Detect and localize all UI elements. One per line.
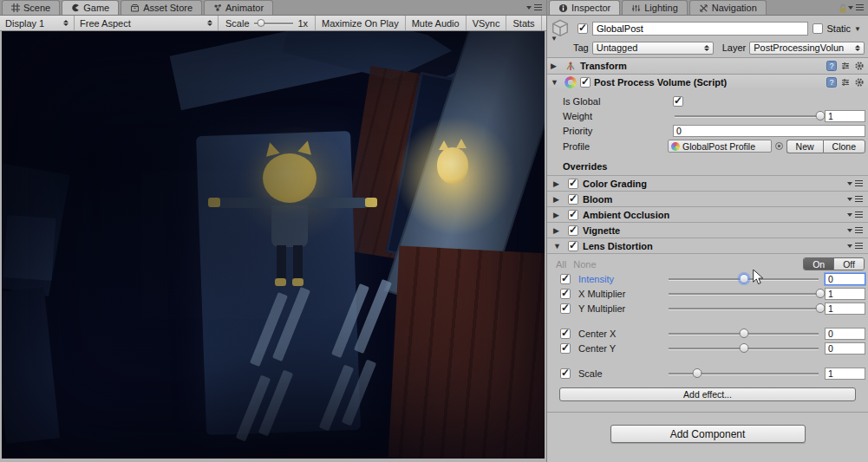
y-multiplier-slider[interactable]	[667, 303, 820, 314]
mute-audio-button[interactable]: Mute Audio	[406, 16, 467, 30]
context-menu-icon[interactable]	[847, 243, 863, 249]
scale-slider-thumb[interactable]	[257, 19, 264, 27]
inspector-tab-lighting[interactable]: Lighting	[622, 0, 688, 15]
override-bloom[interactable]: ▶ Bloom	[547, 191, 868, 206]
layer-dropdown[interactable]: PostProcessingVolun	[749, 42, 865, 55]
display-dropdown[interactable]: Display 1	[0, 16, 75, 30]
svg-text:?: ?	[830, 78, 834, 87]
scale-slider-thumb[interactable]	[693, 368, 702, 378]
scale-value-field[interactable]	[825, 368, 865, 380]
foldout-icon[interactable]: ▶	[551, 62, 561, 70]
preset-icon[interactable]	[840, 61, 851, 71]
lock-icon[interactable]	[839, 3, 847, 16]
icon-selector-arrow[interactable]: ▼	[551, 35, 558, 42]
param-override-checkbox[interactable]	[560, 368, 571, 379]
component-enabled-checkbox[interactable]	[580, 77, 591, 88]
transform-component-header[interactable]: ▶ Transform ?	[547, 57, 868, 74]
foldout-icon[interactable]: ▼	[551, 78, 561, 87]
x-multiplier-value-field[interactable]	[825, 288, 865, 300]
center-x-value-field[interactable]	[825, 328, 865, 340]
center-x-slider[interactable]	[667, 328, 820, 339]
aspect-dropdown[interactable]: Free Aspect	[75, 16, 219, 30]
is-global-label: Is Global	[563, 96, 673, 107]
override-ambient-occlusion[interactable]: ▶ Ambient Occlusion	[547, 206, 868, 222]
profile-object-field[interactable]: GlobalPost Profile	[668, 140, 772, 153]
context-menu-icon[interactable]	[847, 196, 863, 202]
help-icon[interactable]: ?	[826, 61, 837, 71]
context-menu-icon[interactable]	[847, 180, 863, 186]
game-tab-animator[interactable]: Animator	[204, 0, 273, 15]
post-process-volume-header[interactable]: ▼ Post Process Volume (Script) ?	[547, 74, 868, 90]
profile-new-button[interactable]: New	[786, 140, 823, 153]
inspector-menu-icon[interactable]	[848, 4, 864, 10]
all-button[interactable]: All	[556, 259, 566, 270]
weight-slider[interactable]	[673, 110, 820, 121]
intensity-value-field[interactable]	[825, 273, 865, 285]
foldout-icon[interactable]: ▶	[553, 179, 564, 188]
param-override-checkbox[interactable]	[560, 329, 571, 339]
x-multiplier-slider[interactable]	[667, 288, 820, 299]
override-enabled-checkbox[interactable]	[568, 225, 578, 236]
override-color-grading[interactable]: ▶ Color Grading	[547, 175, 868, 191]
vsync-button[interactable]: VSync	[467, 16, 507, 30]
object-picker-icon[interactable]	[775, 142, 783, 150]
center-y-value-field[interactable]	[825, 342, 865, 355]
static-dropdown-arrow[interactable]: ▼	[854, 25, 865, 33]
maximize-on-play-button[interactable]: Maximize On Play	[316, 16, 406, 30]
scale-slider[interactable]	[667, 368, 820, 379]
context-menu-icon[interactable]	[847, 211, 863, 218]
help-icon[interactable]: ?	[826, 77, 837, 88]
none-button[interactable]: None	[573, 259, 596, 270]
game-tab-scene[interactable]: Scene	[2, 0, 60, 15]
y-multiplier-slider-thumb[interactable]	[816, 303, 826, 313]
weight-slider-thumb[interactable]	[816, 111, 826, 120]
param-override-checkbox[interactable]	[560, 343, 571, 354]
foldout-icon[interactable]: ▶	[553, 195, 564, 204]
override-enabled-checkbox[interactable]	[568, 241, 578, 251]
param-override-checkbox[interactable]	[560, 303, 571, 314]
asset-store-icon	[130, 3, 140, 12]
gear-icon[interactable]	[854, 61, 865, 71]
override-label: Color Grading	[583, 179, 647, 189]
priority-value-field[interactable]	[673, 125, 865, 137]
on-button[interactable]: On	[804, 258, 833, 270]
intensity-slider[interactable]	[667, 273, 820, 284]
override-enabled-checkbox[interactable]	[568, 179, 578, 189]
static-checkbox[interactable]	[813, 23, 823, 34]
unity-editor-window: Scene Game Asset Store Animator Display …	[0, 0, 868, 462]
add-effect-button[interactable]: Add effect...	[559, 387, 856, 401]
inspector-tab-navigation[interactable]: Navigation	[689, 0, 767, 15]
gear-icon[interactable]	[854, 77, 865, 88]
stats-button[interactable]: Stats	[506, 16, 541, 30]
add-component-button[interactable]: Add Component	[610, 425, 806, 443]
off-button[interactable]: Off	[833, 258, 864, 270]
param-override-checkbox[interactable]	[560, 289, 571, 299]
game-tab-asset-store[interactable]: Asset Store	[121, 0, 202, 15]
inspector-tab-inspector[interactable]: Inspector	[549, 0, 620, 15]
game-panel-menu-icon[interactable]	[526, 4, 542, 10]
foldout-icon[interactable]: ▶	[553, 211, 564, 219]
center-y-slider-thumb[interactable]	[739, 343, 748, 353]
override-enabled-checkbox[interactable]	[568, 210, 578, 220]
override-vignette[interactable]: ▶ Vignette	[547, 222, 868, 238]
profile-clone-button[interactable]: Clone	[823, 140, 865, 153]
x-multiplier-slider-thumb[interactable]	[816, 289, 826, 298]
override-enabled-checkbox[interactable]	[568, 194, 578, 205]
param-override-checkbox[interactable]	[560, 274, 571, 284]
intensity-slider-thumb[interactable]	[739, 274, 748, 283]
tag-dropdown[interactable]: Untagged	[592, 42, 714, 55]
weight-value-field[interactable]	[825, 110, 865, 122]
override-lens-distortion[interactable]: ▼ Lens Distortion	[547, 238, 868, 253]
scale-slider[interactable]	[254, 18, 294, 29]
preset-icon[interactable]	[840, 77, 851, 88]
foldout-icon[interactable]: ▼	[553, 242, 564, 251]
center-y-slider[interactable]	[667, 342, 820, 354]
center-x-slider-thumb[interactable]	[739, 329, 748, 338]
is-global-checkbox[interactable]	[673, 96, 683, 107]
gameobject-active-checkbox[interactable]	[578, 23, 588, 34]
game-tab-game[interactable]: Game	[62, 0, 119, 15]
context-menu-icon[interactable]	[847, 227, 863, 233]
gameobject-name-field[interactable]	[592, 22, 808, 36]
y-multiplier-value-field[interactable]	[825, 303, 865, 315]
foldout-icon[interactable]: ▶	[553, 226, 564, 235]
